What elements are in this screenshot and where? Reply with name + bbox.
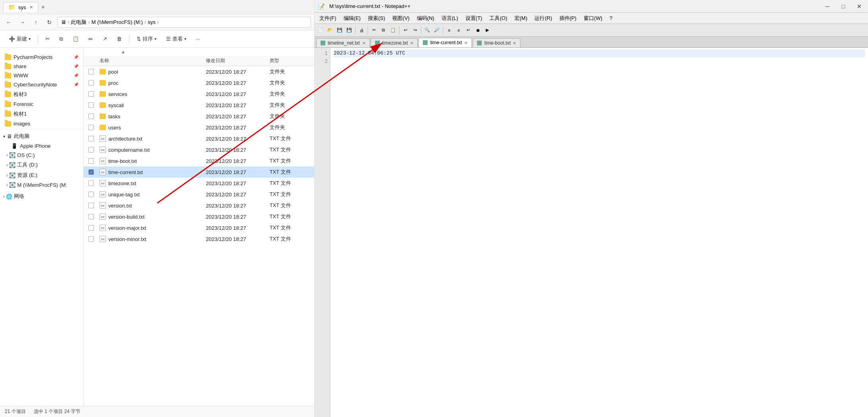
tab-close-icon[interactable]: ✕ [362, 41, 366, 45]
copy-button[interactable]: ⧉ [55, 34, 67, 44]
npp-menu-item[interactable]: 运行(R) [531, 14, 555, 23]
tab-close-icon[interactable]: ✕ [410, 41, 413, 45]
file-row[interactable]: txt version-minor.txt 2023/12/20 18:27 T… [84, 233, 314, 245]
npp-redo-btn[interactable]: ↪ [411, 26, 419, 35]
header-date[interactable]: 修改日期 [206, 57, 270, 64]
view-button[interactable]: ☰ 查看 ▾ [162, 34, 190, 44]
npp-menu-item[interactable]: 窗口(W) [581, 14, 606, 23]
npp-copy-btn[interactable]: ⧉ [379, 26, 388, 35]
npp-minimize-button[interactable]: ─ [822, 1, 833, 12]
npp-print-btn[interactable]: 🖨 [357, 26, 366, 35]
npp-menu-item[interactable]: 插件(P) [556, 14, 580, 23]
row-checkbox[interactable] [88, 158, 94, 164]
new-tab-button[interactable]: + [41, 4, 45, 11]
row-checkbox[interactable] [88, 192, 94, 197]
header-name[interactable]: 名称 [100, 57, 206, 64]
row-checkbox[interactable] [88, 236, 94, 242]
row-checkbox[interactable] [88, 136, 94, 141]
refresh-button[interactable]: ↻ [44, 17, 55, 28]
npp-tab[interactable]: time-current.txt ✕ [418, 38, 472, 47]
sidebar-item-www[interactable]: WWW 📌 [0, 71, 83, 80]
sidebar-item-pycharm[interactable]: PycharmProjects 📌 [0, 53, 83, 62]
back-button[interactable]: ← [3, 17, 14, 28]
folder-row[interactable]: users 2023/12/20 18:27 文件夹 [84, 122, 314, 133]
npp-indent-btn[interactable]: ≡ [445, 26, 454, 35]
rename-button[interactable]: ✏ [84, 34, 97, 44]
npp-cut-btn[interactable]: ✂ [369, 26, 378, 35]
row-checkbox[interactable] [88, 114, 94, 119]
tab-close-icon[interactable]: ✕ [464, 41, 467, 45]
npp-menu-item[interactable]: 设置(T) [462, 14, 486, 23]
explorer-tab[interactable]: 📁 sys ✕ [3, 2, 38, 12]
row-checkbox[interactable] [88, 69, 94, 74]
npp-open-btn[interactable]: 📂 [326, 26, 334, 35]
npp-macro-btn[interactable]: ⏺ [473, 26, 482, 35]
path-part-1[interactable]: 此电脑 [71, 19, 86, 26]
sidebar-item-forensic[interactable]: Forensic [0, 100, 83, 109]
sidebar-item-d[interactable]: › 💽 工具 (D:) [0, 160, 83, 170]
paste-button[interactable]: 📋 [68, 34, 83, 43]
row-checkbox[interactable] [88, 102, 94, 108]
sidebar-group-computer[interactable]: ▾ 🖥 此电脑 [0, 131, 83, 141]
row-checkbox[interactable] [88, 203, 94, 208]
path-part-2[interactable]: M (\\MemProcFS) (M:) [92, 19, 143, 25]
path-part-3[interactable]: sys [148, 19, 156, 25]
folder-row[interactable]: tasks 2023/12/20 18:27 文件夹 [84, 111, 314, 122]
forward-button[interactable]: → [17, 17, 28, 28]
row-checkbox[interactable] [88, 147, 94, 153]
npp-menu-item[interactable]: 语言(L) [438, 14, 461, 23]
npp-menu-item[interactable]: 编辑(E) [340, 14, 364, 23]
folder-row[interactable]: pool 2023/12/20 18:27 文件夹 [84, 66, 314, 77]
sidebar-item-network[interactable]: › 🌐 网络 [0, 191, 83, 202]
sidebar-item-cybersec[interactable]: CyberSecurityNote 📌 [0, 80, 83, 89]
folder-row[interactable]: services 2023/12/20 18:27 文件夹 [84, 88, 314, 100]
new-button[interactable]: ➕ 新建 ▾ [5, 34, 35, 44]
sidebar-item-iphone[interactable]: 📱 Apple iPhone [0, 141, 83, 151]
row-checkbox[interactable] [88, 180, 94, 186]
row-checkbox[interactable] [88, 214, 94, 219]
npp-outdent-btn[interactable]: ≡ [454, 26, 463, 35]
tab-close-icon[interactable]: ✕ [29, 5, 33, 10]
sidebar-item-c[interactable]: › 💽 OS (C:) [0, 151, 83, 160]
npp-menu-item[interactable]: 搜索(S) [365, 14, 388, 23]
npp-tab[interactable]: timezone.txt ✕ [371, 38, 418, 47]
file-row[interactable]: txt architecture.txt 2023/12/20 18:27 TX… [84, 133, 314, 144]
npp-menu-item[interactable]: ? [606, 14, 616, 22]
sidebar-item-jc3[interactable]: 检材3 [0, 89, 83, 100]
share-button[interactable]: ↗ [99, 34, 111, 43]
up-button[interactable]: ↑ [30, 17, 41, 28]
npp-menu-item[interactable]: 宏(M) [511, 14, 531, 23]
npp-save-btn[interactable]: 💾 [335, 26, 344, 35]
npp-menu-item[interactable]: 编码(N) [414, 14, 438, 23]
npp-find-btn[interactable]: 🔍 [423, 26, 432, 35]
file-row[interactable]: txt computername.txt 2023/12/20 18:27 TX… [84, 144, 314, 155]
sidebar-item-jc1[interactable]: 检材1 [0, 109, 83, 119]
npp-tab[interactable]: timeline_net.txt ✕ [316, 38, 370, 47]
npp-close-button[interactable]: ✕ [854, 1, 865, 12]
file-row[interactable]: txt timezone.txt 2023/12/20 18:27 TXT 文件 [84, 178, 314, 189]
row-checkbox[interactable] [88, 80, 94, 86]
address-path[interactable]: 🖥 › 此电脑 › M (\\MemProcFS) (M:) › sys › [57, 17, 311, 28]
npp-menu-item[interactable]: 文件(F) [316, 14, 340, 23]
file-row[interactable]: txt version-major.txt 2023/12/20 18:27 T… [84, 222, 314, 233]
sidebar-item-e[interactable]: › 💽 资源 (E:) [0, 170, 83, 180]
more-button[interactable]: ··· [192, 34, 204, 43]
npp-maximize-button[interactable]: □ [838, 1, 849, 12]
npp-tab[interactable]: time-boot.txt ✕ [473, 38, 520, 47]
npp-menu-item[interactable]: 工具(O) [486, 14, 510, 23]
file-row[interactable]: txt unique-tag.txt 2023/12/20 18:27 TXT … [84, 189, 314, 200]
folder-row[interactable]: syscall 2023/12/20 18:27 文件夹 [84, 100, 314, 111]
row-checkbox[interactable] [88, 169, 94, 175]
npp-zoom-in-btn[interactable]: 🔎 [432, 26, 441, 35]
sort-button[interactable]: ⇅ 排序 ▾ [133, 34, 160, 44]
row-checkbox[interactable] [88, 225, 94, 231]
file-row[interactable]: txt version-build.txt 2023/12/20 18:27 T… [84, 211, 314, 222]
file-row[interactable]: txt time-current.txt 2023/12/20 18:27 TX… [84, 166, 314, 178]
header-type[interactable]: 类型 [270, 57, 309, 64]
cut-button[interactable]: ✂ [41, 34, 54, 43]
editor-content[interactable]: 2023-12-12 04:06:25 UTC [330, 48, 868, 417]
npp-editor[interactable]: 12 2023-12-12 04:06:25 UTC [315, 48, 868, 417]
row-checkbox[interactable] [88, 91, 94, 97]
npp-run-btn[interactable]: ▶ [483, 26, 492, 35]
file-row[interactable]: txt time-boot.txt 2023/12/20 18:27 TXT 文… [84, 155, 314, 166]
